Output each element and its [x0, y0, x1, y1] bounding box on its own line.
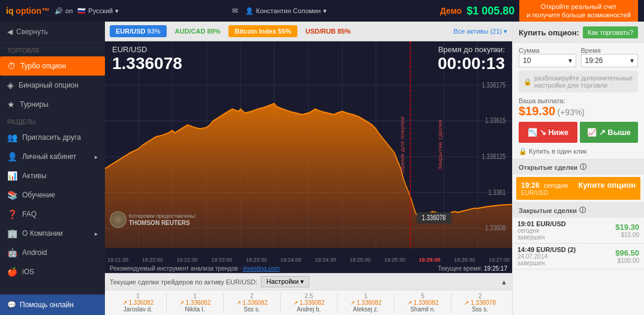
tab-usdrub[interactable]: USD/RUB 85%: [300, 25, 357, 37]
closed-deals-list: 19:01 EUR/USD сегодня завершен $19.30 $1…: [513, 218, 644, 269]
svg-text:1.33615: 1.33615: [485, 116, 506, 124]
chart-header: EUR/USD 1.336078 Время до покупки: 00:00…: [105, 41, 512, 77]
apple-icon: 🍎: [7, 267, 17, 277]
mail-icon[interactable]: ✉: [232, 7, 238, 15]
info-bar: Рекомендуемый инструмент анализа трендов…: [105, 264, 512, 273]
chevron-down-icon-user: ▾: [323, 7, 327, 15]
payout-value: $19.30: [519, 104, 555, 118]
tab-audcad[interactable]: AUD/CAD 89%: [169, 25, 227, 37]
trade-buttons: 📉 ↘ Ниже 📈 ↗ Выше: [513, 122, 644, 146]
sidebar-item-tournaments[interactable]: ★ Турниры: [0, 95, 105, 114]
tab-bitcoin[interactable]: Bitcoin Index 55%: [228, 25, 297, 37]
sidebar: ◀ Свернуть Торговля ⏱ Турбо опцион ◈ Бин…: [0, 22, 105, 315]
star-icon: ★: [7, 100, 15, 109]
company-icon: 🏢: [7, 229, 17, 238]
chart-area: EUR/USD 1.336078 Время до покупки: 00:00…: [105, 41, 512, 264]
android-icon: 🤖: [7, 248, 17, 257]
sidebar-item-company[interactable]: 🏢 О Компании ▸: [0, 224, 105, 243]
right-panel: Купить опцион: Как торговать? Сумма 10 ▾…: [512, 22, 644, 315]
form-row-amount-time: Сумма 10 ▾ Время 19:26 ▾: [513, 43, 644, 71]
trader-list-item: 1 ↗ 1.336082 Jaroslav d.: [110, 293, 167, 313]
sidebar-item-ios[interactable]: 🍎 iOS: [0, 262, 105, 281]
sidebar-item-education[interactable]: 📚 Обучение: [0, 185, 105, 205]
sidebar-item-cabinet[interactable]: 👤 Личный кабинет ▸: [0, 147, 105, 166]
traders-collapse-icon[interactable]: ▲: [501, 278, 507, 286]
one-click-row[interactable]: 🔒 Купить в один клик: [513, 146, 644, 159]
turbo-icon: ⏱: [7, 61, 16, 71]
header-left: iq option™ 🔊 on 🇷🇺 Русский ▾: [6, 6, 119, 16]
info-icon: ⓘ: [580, 163, 586, 172]
traders-settings-button[interactable]: Настройки ▾: [261, 276, 309, 287]
svg-text:1.336078: 1.336078: [422, 214, 446, 221]
sidebar-section-trade: Торговля: [0, 43, 105, 56]
tabs-bar: EUR/USD 93% AUD/CAD 89% Bitcoin Index 55…: [105, 22, 512, 41]
sidebar-item-binary[interactable]: ◈ Бинарный опцион: [0, 76, 105, 95]
logo-accent: iq: [6, 6, 13, 16]
help-button[interactable]: 💬 Помощь онлайн: [0, 295, 105, 315]
lock-settings-row: 🔒 разблокируйте дополнительные настройки…: [519, 71, 638, 92]
higher-button[interactable]: 📈 ↗ Выше: [580, 122, 639, 143]
help-icon: 💬: [7, 301, 16, 309]
binary-icon: ◈: [7, 80, 14, 90]
all-assets-link[interactable]: Все активы (21) ▾: [453, 28, 507, 35]
closed-deal-item[interactable]: 14:49 EUR/USD (2) 24.07.2014 завершен $9…: [513, 244, 644, 269]
time-input[interactable]: 19:26 ▾: [581, 54, 639, 67]
sidebar-item-faq[interactable]: ❓ FAQ: [0, 205, 105, 224]
reuters-circle-icon: [110, 211, 127, 228]
svg-text:Закрытие сделки: Закрытие сделки: [437, 119, 443, 170]
closed-deal-item[interactable]: 19:01 EUR/USD сегодня завершен $19.30 $1…: [513, 218, 644, 244]
reuters-text: Котировки предоставлены: THOMSON REUTERS: [129, 213, 197, 227]
payout-row: Ваша выплата: $19.30 (+93%): [513, 95, 644, 122]
traders-list: 1 ↗ 1.336082 Jaroslav d. 1 ↗ 1.336082 Ni…: [105, 290, 512, 315]
panel-title: Купить опцион: Как торговать?: [513, 22, 644, 43]
trader-list-item: 2.5 ↗ 1.336082 Andrej b.: [281, 293, 338, 313]
lock-icon: 🔒: [523, 78, 532, 86]
svg-text:1.336125: 1.336125: [482, 152, 506, 160]
svg-text:Время для покупки: Время для покупки: [399, 116, 405, 173]
svg-text:1.3361: 1.3361: [488, 188, 505, 196]
user-icon: 👤: [245, 7, 254, 15]
open-deal-item[interactable]: 19:26 сегодня Купите опцион EUR/USD: [516, 177, 640, 200]
chevron-down-icon: ▾: [115, 7, 119, 15]
sidebar-item-assets[interactable]: 📊 Активы: [0, 166, 105, 185]
cabinet-icon: 👤: [7, 152, 17, 161]
trader-list-item: 5 ↗ 1.336082 Shamil n.: [395, 293, 452, 313]
header-center: ✉ 👤 Константин Соломин ▾: [232, 7, 327, 15]
tab-eurusd[interactable]: EUR/USD 93%: [110, 25, 167, 37]
flag-icon: 🇷🇺: [77, 7, 86, 15]
sidebar-item-invite[interactable]: 👥 Пригласить друга: [0, 128, 105, 147]
education-icon: 📚: [7, 190, 17, 200]
header-lang[interactable]: 🇷🇺 Русский ▾: [77, 7, 119, 15]
open-real-account-button[interactable]: Откройте реальный счет и получите больше…: [519, 0, 638, 23]
x-axis-labels: 19:21:30 19:22:00 19:22:30 19:23:00 19:2…: [105, 257, 512, 263]
investing-link[interactable]: investing.com: [243, 265, 279, 272]
trader-list-item: 2 ↗ 1.336082 Sss s.: [224, 293, 281, 313]
header: iq option™ 🔊 on 🇷🇺 Русский ▾ ✉ 👤 Констан…: [0, 0, 644, 22]
lower-button[interactable]: 📉 ↘ Ниже: [519, 122, 577, 143]
how-to-trade-button[interactable]: Как торговать?: [583, 26, 638, 38]
trader-list-item: 1 ↗ 1.336082 Nikita I.: [167, 293, 224, 313]
header-right: Демо $1 005.80 Откройте реальный счет и …: [440, 0, 638, 23]
invite-icon: 👥: [7, 133, 17, 142]
arrow-icon: ▸: [95, 154, 98, 160]
sidebar-item-android[interactable]: 🤖 Android: [0, 243, 105, 262]
header-user[interactable]: 👤 Константин Соломин ▾: [245, 7, 327, 15]
chart-timer-info: Время до покупки: 00:00:13: [438, 45, 505, 73]
reuters-logo: Котировки предоставлены: THOMSON REUTERS: [110, 211, 197, 228]
payout-pct: (+93%): [558, 107, 585, 117]
traders-header: Текущие сделки трейдеров по активу EUR/U…: [105, 273, 512, 290]
svg-text:1.336175: 1.336175: [482, 81, 506, 89]
logo: iq option™: [6, 6, 50, 16]
sidebar-collapse-button[interactable]: ◀ Свернуть: [0, 22, 105, 43]
closed-deals-section: Закрытые сделки ⓘ: [513, 202, 644, 218]
arrow-left-icon: ◀: [7, 28, 13, 36]
amount-input[interactable]: 10 ▾: [519, 54, 576, 67]
main-layout: ◀ Свернуть Торговля ⏱ Турбо опцион ◈ Бин…: [0, 22, 644, 315]
header-sound[interactable]: 🔊 on: [55, 7, 73, 15]
svg-text:1.33608: 1.33608: [485, 224, 506, 232]
demo-label: Демо: [440, 6, 462, 16]
sidebar-bottom: 💬 Помощь онлайн: [0, 294, 105, 315]
assets-icon: 📊: [7, 171, 17, 181]
sidebar-item-turbo[interactable]: ⏱ Турбо опцион: [0, 56, 105, 76]
trader-list-item: 2 ↗ 1.336078 Sss s.: [452, 293, 508, 313]
